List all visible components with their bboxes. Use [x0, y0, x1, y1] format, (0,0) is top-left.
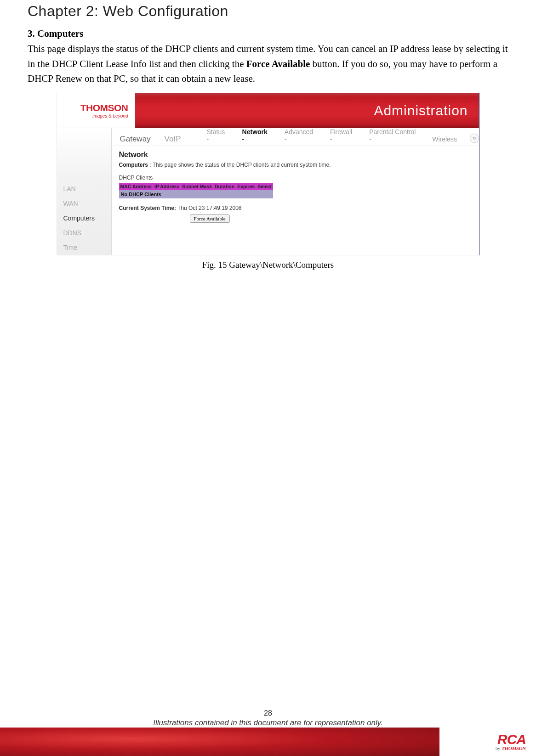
- col-expires: Expires: [236, 183, 256, 190]
- sidebar-item-wan[interactable]: WAN: [57, 196, 111, 211]
- admin-screenshot: THOMSON images & beyond Administration L…: [57, 93, 480, 255]
- brand-name: THOMSON: [80, 103, 128, 113]
- col-duration: Duration: [213, 183, 236, 190]
- sidebar-item-lan[interactable]: LAN: [57, 181, 111, 196]
- footer-note: Illustrations contained in this document…: [0, 718, 536, 728]
- header-bar: Administration: [135, 93, 479, 128]
- desc-sep: :: [148, 162, 153, 168]
- tab-gateway[interactable]: Gateway: [116, 131, 154, 146]
- system-time: Current System Time: Thu Oct 23 17:49:19…: [112, 202, 479, 213]
- nav-tabs: Gateway VoIP Status - Network - Advanced…: [112, 128, 479, 146]
- system-time-label: Current System Time:: [119, 205, 176, 211]
- by-label: by: [496, 746, 500, 751]
- desc-label: Computers: [119, 162, 148, 168]
- col-mac: MAC Address: [119, 183, 153, 190]
- dhcp-clients-label: DHCP Clients: [112, 175, 479, 183]
- section-paragraph: This page displays the status of the DHC…: [28, 41, 508, 86]
- table-row[interactable]: No DHCP Clients: [119, 190, 274, 198]
- tab-advanced[interactable]: Advanced -: [281, 124, 320, 146]
- header-title: Administration: [374, 103, 468, 118]
- footer-logo: RCA byTHOMSON: [439, 728, 536, 756]
- brand-logo: THOMSON images & beyond: [57, 93, 135, 128]
- page-title: Network: [112, 146, 479, 161]
- main-panel: Gateway VoIP Status - Network - Advanced…: [112, 128, 479, 255]
- section-heading: 3. Computers: [28, 28, 508, 39]
- table-header-row: MAC Address IP Address Subnet Mask Durat…: [119, 183, 274, 190]
- tab-wireless[interactable]: Wireless: [428, 132, 461, 146]
- page-footer: 28 Illustrations contained in this docum…: [0, 709, 536, 756]
- chapter-title: Chapter 2: Web Configuration: [28, 0, 508, 20]
- sidebar: LAN WAN Computers DDNS Time: [57, 128, 112, 255]
- col-subnet: Subnet Mask: [181, 183, 213, 190]
- paragraph-bold: Force Available: [246, 58, 310, 69]
- thomson-label: THOMSON: [502, 745, 526, 751]
- dhcp-table: MAC Address IP Address Subnet Mask Durat…: [119, 183, 274, 198]
- col-select: Select: [256, 183, 273, 190]
- sidebar-item-computers[interactable]: Computers: [57, 211, 111, 226]
- footer-red-band: [0, 728, 439, 756]
- rca-logo: RCA: [497, 733, 526, 745]
- screenshot-header: THOMSON images & beyond Administration: [57, 93, 479, 128]
- page-number: 28: [0, 709, 536, 717]
- sidebar-item-ddns[interactable]: DDNS: [57, 226, 111, 240]
- page-description: Computers : This page shows the status o…: [112, 161, 479, 175]
- tab-status[interactable]: Status -: [203, 124, 232, 146]
- by-thomson: byTHOMSON: [496, 745, 526, 751]
- force-available-button[interactable]: Force Available: [190, 214, 230, 223]
- no-clients-cell: No DHCP Clients: [119, 190, 274, 198]
- col-ip: IP Address: [153, 183, 181, 190]
- tab-voip[interactable]: VoIP: [161, 131, 185, 146]
- figure-caption: Fig. 15 Gateway\Network\Computers: [28, 260, 508, 270]
- tab-firewall[interactable]: Firewall -: [326, 124, 359, 146]
- desc-text: This page shows the status of the DHCP c…: [153, 162, 331, 168]
- tab-network[interactable]: Network -: [239, 124, 274, 146]
- brand-tagline: images & beyond: [92, 113, 128, 118]
- refresh-icon[interactable]: ↻: [470, 134, 479, 143]
- system-time-value: Thu Oct 23 17:49:19 2008: [177, 205, 241, 211]
- sidebar-item-time[interactable]: Time: [57, 240, 111, 255]
- tab-parental-control[interactable]: Parental Control -: [365, 124, 422, 146]
